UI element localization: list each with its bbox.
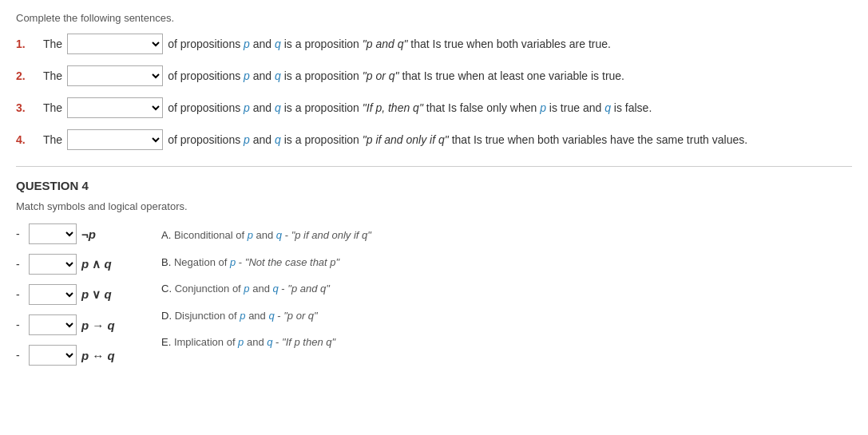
match-row-pandq: - A B C D E p ∧ q [16,254,129,275]
match-dropdown-pbicondq[interactable]: A B C D E [29,345,77,366]
instruction-text: Complete the following sentences. [16,12,852,24]
match-dropdown-pandq[interactable]: A B C D E [29,254,77,275]
match-instruction: Match symbols and logical operators. [16,200,852,212]
match-dropdown-porq[interactable]: A B C D E [29,284,77,305]
dash-5: - [16,349,24,362]
match-dropdown-negp[interactable]: A B C D E [29,223,77,244]
match-area: - A B C D E ¬p - A B C D E p ∧ q [16,223,852,375]
dash-2: - [16,258,24,271]
match-row-pimpliesq: - A B C D E p → q [16,314,129,335]
sentence-number-4: 4. [16,133,38,146]
answer-option-B: B. Negation of p - "Not the case that p" [161,255,852,271]
sentence-row-2: 2. The conjunction disjunction condition… [16,65,852,86]
sentence-number-1: 1. [16,38,38,50]
symbol-pandq: p ∧ q [81,257,129,271]
answer-option-C: C. Conjunction of p and q - "p and q" [161,281,852,297]
symbol-pimpliesq: p → q [81,318,129,332]
sentence-label-1: The [43,38,62,50]
option-letter-A: A. [161,229,174,241]
sentence-rest-1: of propositions p and q is a proposition… [168,38,611,50]
match-row-porq: - A B C D E p ∨ q [16,284,129,305]
sentence-dropdown-1[interactable]: conjunction disjunction conditional bico… [67,34,163,54]
sentence-rest-3: of propositions p and q is a proposition… [168,101,652,114]
question-title: QUESTION 4 [16,179,852,192]
sentence-row-1: 1. The conjunction disjunction condition… [16,34,852,54]
option-letter-D: D. [161,310,175,322]
sentence-number-3: 3. [16,101,38,114]
sentence-dropdown-4[interactable]: conjunction disjunction conditional bico… [67,129,163,150]
sentence-dropdown-3[interactable]: conjunction disjunction conditional bico… [67,97,163,118]
match-right: A. Biconditional of p and q - "p if and … [161,223,852,375]
sentence-number-2: 2. [16,69,38,82]
match-left: - A B C D E ¬p - A B C D E p ∧ q [16,223,129,375]
sentence-rest-4: of propositions p and q is a proposition… [168,133,747,146]
sentence-label-4: The [43,133,62,146]
option-letter-C: C. [161,283,175,295]
option-letter-E: E. [161,336,174,348]
sentence-label-2: The [43,69,62,82]
match-row-negp: - A B C D E ¬p [16,223,129,244]
sentence-rest-2: of propositions p and q is a proposition… [168,69,624,82]
dash-4: - [16,318,24,331]
match-dropdown-pimpliesq[interactable]: A B C D E [29,314,77,335]
dash-3: - [16,288,24,301]
symbol-porq: p ∨ q [81,287,129,302]
answer-option-D: D. Disjunction of p and q - "p or q" [161,308,852,324]
symbol-negp: ¬p [81,227,129,241]
sentence-dropdown-2[interactable]: conjunction disjunction conditional bico… [67,65,163,86]
option-letter-B: B. [161,256,174,268]
answer-option-A: A. Biconditional of p and q - "p if and … [161,227,852,243]
sentence-row-4: 4. The conjunction disjunction condition… [16,129,852,150]
section-divider [16,166,852,167]
symbol-pbicondq: p ↔ q [81,349,129,362]
sentence-row-3: 3. The conjunction disjunction condition… [16,97,852,118]
match-row-pbicondq: - A B C D E p ↔ q [16,345,129,366]
answer-option-E: E. Implication of p and q - "If p then q… [161,334,852,350]
sentence-label-3: The [43,101,62,114]
dash-1: - [16,227,24,240]
